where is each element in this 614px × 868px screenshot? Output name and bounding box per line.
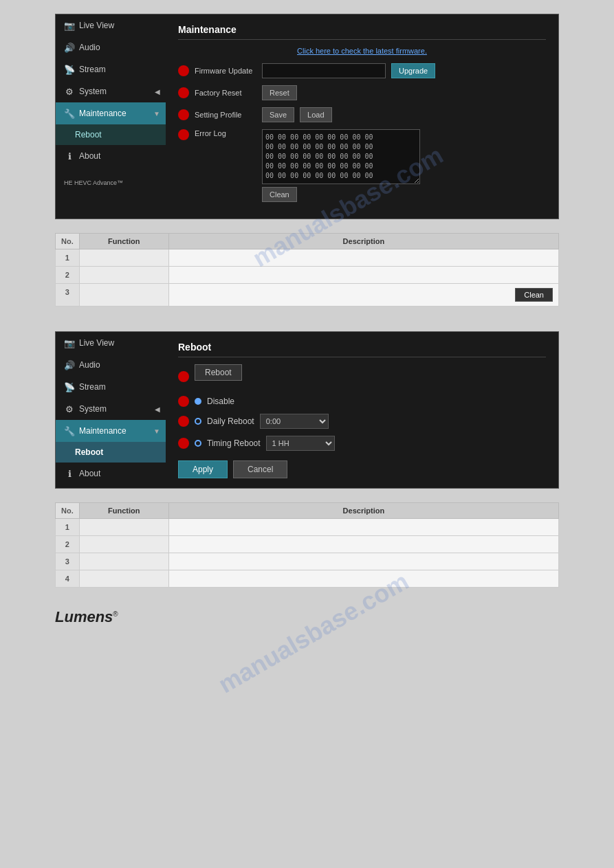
timing-reboot-select[interactable]: 1 HH xyxy=(266,436,335,451)
daily-reboot-select[interactable]: 0:00 xyxy=(260,414,329,429)
reset-button[interactable]: Reset xyxy=(262,85,297,100)
daily-reboot-label: Daily Reboot xyxy=(207,416,254,426)
reboot-panel: 📷 Live View 🔊 Audio 📡 Stream ⚙ System ◀ … xyxy=(55,331,559,489)
setting-profile-row: Setting Profile Save Load xyxy=(178,107,546,122)
timing-reboot-radio[interactable] xyxy=(195,440,201,447)
sidebar-label-audio-2: Audio xyxy=(79,360,100,370)
disable-radio[interactable] xyxy=(195,398,201,405)
audio-icon-2: 🔊 xyxy=(64,359,75,370)
system-arrow-2: ◀ xyxy=(155,405,160,413)
setting-profile-dot xyxy=(178,109,189,120)
cancel-button[interactable]: Cancel xyxy=(233,460,287,478)
camera-icon-2: 📷 xyxy=(64,337,75,348)
camera-icon: 📷 xyxy=(64,20,75,31)
daily-reboot-radio[interactable] xyxy=(195,418,201,425)
system-arrow-1: ◀ xyxy=(155,88,160,96)
sidebar-label-reboot-sub-1: Reboot xyxy=(75,130,102,140)
maintenance-icon: 🔧 xyxy=(64,108,75,119)
sidebar-label-stream-2: Stream xyxy=(79,382,106,392)
table-1: No. Function Description 1 2 3 Clean xyxy=(55,233,559,307)
sidebar-item-liveview-2[interactable]: 📷 Live View xyxy=(56,332,166,354)
sidebar-label-liveview-1: Live View xyxy=(79,21,114,30)
timing-reboot-dot xyxy=(178,438,189,449)
disable-label: Disable xyxy=(207,397,234,406)
about-icon-2: ℹ xyxy=(64,468,75,479)
reboot-standalone-button[interactable]: Reboot xyxy=(195,364,242,381)
upgrade-button[interactable]: Upgrade xyxy=(391,63,435,78)
table-row: 2 xyxy=(56,267,559,284)
table1-header-no: No. xyxy=(56,234,80,249)
disable-row: Disable xyxy=(178,396,546,407)
timing-reboot-label: Timing Reboot xyxy=(207,438,261,448)
sidebar-item-about-1[interactable]: ℹ About xyxy=(56,145,166,167)
reboot-btn-row: Reboot xyxy=(178,364,546,389)
sidebar-label-reboot-sub-2: Reboot xyxy=(75,447,103,457)
maintenance-panel: 📷 Live View 🔊 Audio 📡 Stream ⚙ System ◀ … xyxy=(55,14,559,219)
sidebar-item-stream-2[interactable]: 📡 Stream xyxy=(56,376,166,398)
table-row: 4 xyxy=(56,570,559,588)
table-row: 3 xyxy=(56,553,559,570)
system-icon: ⚙ xyxy=(64,86,75,97)
sidebar-item-reboot-sub-1[interactable]: Reboot xyxy=(56,124,166,145)
firmware-update-row: Firmware Update Upgrade xyxy=(178,63,546,78)
reboot-red-dot xyxy=(178,371,189,382)
table-2: No. Function Description 1 2 3 4 xyxy=(55,502,559,588)
table-row: 1 xyxy=(56,519,559,536)
daily-reboot-dot xyxy=(178,416,189,427)
maintenance-arrow-1: ▼ xyxy=(153,110,160,118)
firmware-label: Firmware Update xyxy=(195,67,256,75)
hevc-logo: HE HEVC Advance™ xyxy=(56,174,166,192)
lumens-text: Lumens xyxy=(55,608,113,625)
sidebar-label-about-1: About xyxy=(79,151,100,161)
error-log-dot xyxy=(178,129,189,140)
sidebar-label-stream-1: Stream xyxy=(79,65,106,74)
sidebar-1: 📷 Live View 🔊 Audio 📡 Stream ⚙ System ◀ … xyxy=(56,14,166,219)
load-button[interactable]: Load xyxy=(300,107,331,122)
sidebar-label-liveview-2: Live View xyxy=(79,338,114,348)
clean-table-button[interactable]: Clean xyxy=(515,288,553,302)
error-log-row: Error Log 00 00 00 00 00 00 00 00 00 00 … xyxy=(178,129,546,202)
table2-header-no: No. xyxy=(56,503,80,519)
disable-dot xyxy=(178,396,189,407)
firmware-link[interactable]: Click here to check the latest firmware. xyxy=(178,47,546,55)
error-log-container: 00 00 00 00 00 00 00 00 00 00 00 00 00 0… xyxy=(262,129,420,202)
firmware-input[interactable] xyxy=(262,63,386,78)
sidebar-item-maintenance-2[interactable]: 🔧 Maintenance ▼ xyxy=(56,420,166,442)
table1-header-func: Function xyxy=(79,234,168,249)
sidebar-item-reboot-sub-2[interactable]: Reboot xyxy=(56,442,166,463)
table1-header-desc: Description xyxy=(168,234,558,249)
sidebar-item-about-2[interactable]: ℹ About xyxy=(56,463,166,485)
sidebar-item-stream-1[interactable]: 📡 Stream xyxy=(56,58,166,80)
factory-reset-row: Factory Reset Reset xyxy=(178,85,546,100)
factory-reset-label: Factory Reset xyxy=(195,89,256,97)
sidebar-label-system-2: System xyxy=(79,404,107,414)
sidebar-label-maintenance-1: Maintenance xyxy=(79,109,127,118)
sidebar-label-audio-1: Audio xyxy=(79,43,100,52)
maintenance-content: Maintenance Click here to check the late… xyxy=(166,14,558,219)
firmware-dot xyxy=(178,65,189,76)
sidebar-item-maintenance-1[interactable]: 🔧 Maintenance ▼ xyxy=(56,102,166,124)
apply-button[interactable]: Apply xyxy=(178,460,228,478)
setting-profile-label: Setting Profile xyxy=(195,111,256,119)
error-log-textarea[interactable]: 00 00 00 00 00 00 00 00 00 00 00 00 00 0… xyxy=(262,129,420,184)
sidebar-item-audio-2[interactable]: 🔊 Audio xyxy=(56,354,166,376)
table-row: 3 Clean xyxy=(56,284,559,307)
lumens-trademark: ® xyxy=(113,610,118,618)
clean-button-1[interactable]: Clean xyxy=(262,187,297,202)
lumens-logo: Lumens® xyxy=(55,608,559,626)
error-log-label: Error Log xyxy=(195,129,256,137)
reboot-title: Reboot xyxy=(178,342,546,357)
sidebar-item-system-2[interactable]: ⚙ System ◀ xyxy=(56,398,166,420)
sidebar-item-system-1[interactable]: ⚙ System ◀ xyxy=(56,80,166,102)
sidebar-item-audio-1[interactable]: 🔊 Audio xyxy=(56,36,166,58)
sidebar-label-maintenance-2: Maintenance xyxy=(79,426,127,436)
maintenance-icon-2: 🔧 xyxy=(64,425,75,436)
sidebar-item-liveview-1[interactable]: 📷 Live View xyxy=(56,14,166,36)
stream-icon-2: 📡 xyxy=(64,381,75,392)
sidebar-label-about-2: About xyxy=(79,469,100,478)
about-icon-1: ℹ xyxy=(64,151,75,162)
daily-reboot-row: Daily Reboot 0:00 xyxy=(178,414,546,429)
save-button[interactable]: Save xyxy=(262,107,294,122)
table-row: 1 xyxy=(56,249,559,267)
sidebar-label-system-1: System xyxy=(79,87,107,96)
